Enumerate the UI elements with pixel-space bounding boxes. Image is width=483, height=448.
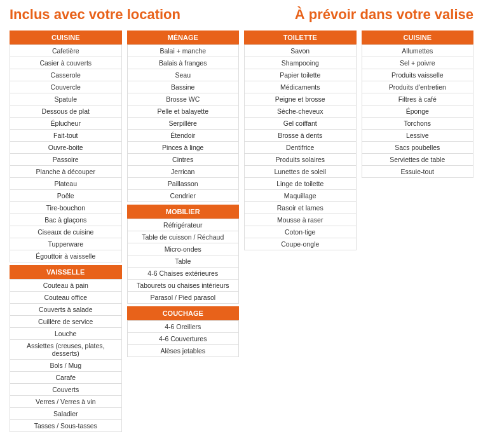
list-item: Éponge xyxy=(362,105,474,118)
couchage-items: 4-6 Oreillers4-6 CouverturesAlèses jetab… xyxy=(127,320,240,357)
list-item: Linge de toilette xyxy=(244,178,357,190)
list-item: Cuillère de service xyxy=(10,316,122,328)
list-item: Étendoir xyxy=(127,130,240,142)
list-item: Produits solaires xyxy=(244,154,357,166)
section-left: CUISINE CafetièreCasier à couvertsCasser… xyxy=(10,31,239,432)
col-toilette: TOILETTE SavonShampooingPapier toiletteM… xyxy=(244,31,357,250)
columns-wrapper: CUISINE CafetièreCasier à couvertsCasser… xyxy=(10,31,473,432)
list-item: Maquillage xyxy=(244,190,357,202)
couchage-header: COUCHAGE xyxy=(127,306,240,320)
list-item: Dentifrice xyxy=(244,142,357,154)
right-title: À prévoir dans votre valise xyxy=(295,6,473,23)
list-item: Cendrier xyxy=(127,190,240,202)
list-item: Table xyxy=(127,255,240,268)
menage-header: MÉNAGE xyxy=(127,31,240,44)
list-item: Casserole xyxy=(10,69,122,81)
toilette-items: SavonShampooingPapier toiletteMédicament… xyxy=(244,44,357,250)
list-item: Ouvre-boite xyxy=(10,142,122,154)
col-cuisine-vaisselle: CUISINE CafetièreCasier à couvertsCasser… xyxy=(10,31,122,432)
list-item: Shampooing xyxy=(244,57,357,69)
cuisine-left-header: CUISINE xyxy=(10,31,122,44)
list-item: Couverts xyxy=(10,384,122,396)
list-item: 4-6 Couvertures xyxy=(127,333,240,345)
list-item: Lunettes de soleil xyxy=(244,166,357,178)
list-item: Sèche-cheveux xyxy=(244,105,357,118)
list-item: Alèses jetables xyxy=(127,345,240,357)
list-item: Lessive xyxy=(362,130,474,142)
list-item: Torchons xyxy=(362,118,474,130)
vaisselle-header: VAISSELLE xyxy=(10,265,122,279)
list-item: Bols / Mug xyxy=(10,360,122,372)
list-item: Coton-tige xyxy=(244,226,357,238)
list-item: Seau xyxy=(127,69,240,81)
list-item: Tasses / Sous-tasses xyxy=(10,420,122,432)
list-item: Brosse à dents xyxy=(244,130,357,142)
menage-items: Balai + mancheBalais à frangesSeauBassin… xyxy=(127,44,240,202)
list-item: Jerrican xyxy=(127,166,240,178)
vaisselle-items: Couteau à painCouteau officeCouverts à s… xyxy=(10,279,122,432)
list-item: Couverts à salade xyxy=(10,304,122,316)
list-item: 4-6 Chaises extérieures xyxy=(127,268,240,280)
list-item: Réfrigérateur xyxy=(127,219,240,231)
list-item: Plateau xyxy=(10,178,122,190)
list-item: Parasol / Pied parasol xyxy=(127,292,240,304)
col-menage-mobilier-couchage: MÉNAGE Balai + mancheBalais à frangesSea… xyxy=(127,31,240,432)
col-cuisine-right: CUISINE AllumettesSel + poivreProduits v… xyxy=(362,31,474,250)
list-item: Coupe-ongle xyxy=(244,238,357,250)
list-item: Mousse à raser xyxy=(244,214,357,226)
list-item: Sacs poubelles xyxy=(362,142,474,154)
list-item: Table de cuisson / Réchaud xyxy=(127,231,240,243)
list-item: Cintres xyxy=(127,154,240,166)
toilette-header: TOILETTE xyxy=(244,31,357,44)
list-item: Pelle et balayette xyxy=(127,105,240,118)
page-container: Inclus avec votre location À prévoir dan… xyxy=(10,6,473,432)
list-item: Ciseaux de cuisine xyxy=(10,226,122,238)
list-item: Filtres à café xyxy=(362,93,474,105)
list-item: Produits vaisselle xyxy=(362,69,474,81)
list-item: Verres / Verres à vin xyxy=(10,396,122,408)
list-item: Carafe xyxy=(10,372,122,384)
page-header: Inclus avec votre location À prévoir dan… xyxy=(10,6,473,23)
list-item: Casier à couverts xyxy=(10,57,122,69)
list-item: Pinces à linge xyxy=(127,142,240,154)
left-title: Inclus avec votre location xyxy=(10,6,180,23)
list-item: Gel coiffant xyxy=(244,118,357,130)
list-item: Spatule xyxy=(10,93,122,105)
list-item: Assiettes (creuses, plates, desserts) xyxy=(10,340,122,360)
list-item: Planche à découper xyxy=(10,166,122,178)
list-item: Produits d'entretien xyxy=(362,81,474,93)
list-item: Passoire xyxy=(10,154,122,166)
list-item: Cafetière xyxy=(10,44,122,57)
list-item: Couteau office xyxy=(10,292,122,304)
list-item: Bac à glaçons xyxy=(10,214,122,226)
list-item: Brosse WC xyxy=(127,93,240,105)
list-item: Balai + manche xyxy=(127,44,240,57)
list-item: Bassine xyxy=(127,81,240,93)
list-item: Savon xyxy=(244,44,357,57)
list-item: Balais à franges xyxy=(127,57,240,69)
mobilier-items: RéfrigérateurTable de cuisson / RéchaudM… xyxy=(127,219,240,304)
section-right: TOILETTE SavonShampooingPapier toiletteM… xyxy=(244,31,473,250)
cuisine-left-items: CafetièreCasier à couvertsCasseroleCouve… xyxy=(10,44,122,262)
list-item: Tabourets ou chaises intérieurs xyxy=(127,280,240,292)
list-item: Micro-ondes xyxy=(127,243,240,255)
list-item: Couteau à pain xyxy=(10,279,122,292)
list-item: Couvercle xyxy=(10,81,122,93)
mobilier-header: MOBILIER xyxy=(127,205,240,219)
list-item: Serpillère xyxy=(127,118,240,130)
list-item: Fait-tout xyxy=(10,130,122,142)
cuisine-right-items: AllumettesSel + poivreProduits vaisselle… xyxy=(362,44,474,178)
list-item: Médicaments xyxy=(244,81,357,93)
list-item: Dessous de plat xyxy=(10,105,122,118)
list-item: Paillasson xyxy=(127,178,240,190)
list-item: 4-6 Oreillers xyxy=(127,320,240,333)
list-item: Rasoir et lames xyxy=(244,202,357,214)
list-item: Éplucheur xyxy=(10,118,122,130)
list-item: Sel + poivre xyxy=(362,57,474,69)
list-item: Saladier xyxy=(10,408,122,420)
list-item: Essuie-tout xyxy=(362,166,474,178)
list-item: Serviettes de table xyxy=(362,154,474,166)
list-item: Peigne et brosse xyxy=(244,93,357,105)
cuisine-right-header: CUISINE xyxy=(362,31,474,44)
list-item: Papier toilette xyxy=(244,69,357,81)
